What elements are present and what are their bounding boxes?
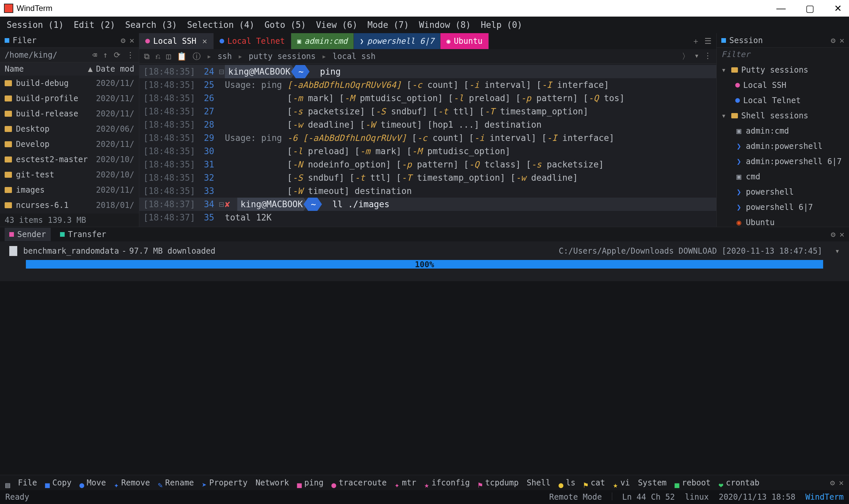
clipboard-icon[interactable]: 📋 (177, 52, 187, 61)
footer-system[interactable]: System (638, 478, 667, 487)
footer-property[interactable]: ➤Property (202, 478, 248, 487)
filer-col-name[interactable]: Name (5, 64, 85, 74)
tab-sender[interactable]: Sender (5, 228, 51, 241)
footer-file[interactable]: File (18, 478, 37, 487)
filer-row[interactable]: ncurses-6.12018/01/ (0, 198, 139, 213)
footer-reboot[interactable]: ■reboot (674, 478, 711, 487)
terminal-line[interactable]: [18:48:35]24⊟king@MACBOOK~ ping (139, 65, 716, 78)
session-item[interactable]: ❯powershell 6|7 (717, 200, 849, 215)
session-group[interactable]: ▾Putty sessions (717, 62, 849, 77)
tab-close-icon[interactable]: ✕ (202, 36, 207, 46)
tab-ubuntu[interactable]: ◉Ubuntu (440, 33, 489, 49)
terminal-line[interactable]: [18:48:35]26 [-m mark] [-M pmtudisc_opti… (139, 91, 716, 105)
session-close-icon[interactable]: ✕ (840, 36, 844, 45)
sort-asc-icon[interactable]: ▲ (88, 64, 92, 74)
filer-settings-icon[interactable]: ⚙ (121, 36, 125, 45)
terminal-line[interactable]: [18:48:35]27 [-s packetsize] [-S sndbuf]… (139, 105, 716, 118)
session-group[interactable]: ▾Shell sessions (717, 108, 849, 123)
menu-help[interactable]: Help (0) (481, 20, 522, 30)
bottom-close-icon[interactable]: ✕ (840, 230, 844, 239)
footer-move[interactable]: ●Move (79, 478, 106, 487)
session-settings-icon[interactable]: ⚙ (831, 36, 835, 45)
footer-settings-icon[interactable]: ⚙ (830, 478, 835, 487)
terminal-line[interactable]: [18:48:35]30 [-l preload] [-m mark] [-M … (139, 145, 716, 158)
tab-transfer[interactable]: Transfer (60, 230, 106, 239)
footer-shell[interactable]: Shell (527, 478, 550, 487)
filer-row[interactable]: build-release2020/11/ (0, 106, 139, 121)
footer-cat[interactable]: ⚑cat (583, 478, 605, 487)
tab-add-icon[interactable]: ＋ (692, 36, 700, 47)
footer-mtr[interactable]: ✦mtr (395, 478, 416, 487)
footer-tcpdump[interactable]: ⚑tcpdump (478, 478, 519, 487)
status-brand[interactable]: WindTerm (805, 492, 844, 502)
filer-row[interactable]: git-test2020/10/ (0, 167, 139, 182)
close-button[interactable]: ✕ (831, 3, 845, 14)
menu-window[interactable]: Window (8) (419, 20, 471, 30)
filer-col-date[interactable]: Date mod (96, 64, 134, 74)
status-mode[interactable]: Remote Mode (549, 492, 602, 502)
footer-ifconfig[interactable]: ★ifconfig (424, 478, 470, 487)
terminal-line[interactable]: [18:48:37]34⊟✘ king@MACBOOK~ ll ./images (139, 198, 716, 211)
menu-goto[interactable]: Goto (5) (264, 20, 306, 30)
filer-row[interactable]: build-profile2020/11/ (0, 91, 139, 106)
footer-network[interactable]: Network (255, 478, 289, 487)
toolbar-more-icon[interactable]: ⋮ (704, 51, 712, 62)
menu-mode[interactable]: Mode (7) (367, 20, 409, 30)
terminal-line[interactable]: [18:48:35]31 [-N nodeinfo_option] [-p pa… (139, 158, 716, 171)
filer-refresh-icon[interactable]: ⟳ (114, 50, 120, 60)
terminal-line[interactable]: [18:48:35]28 [-w deadline] [-W timeout] … (139, 118, 716, 131)
footer-ping[interactable]: ■ping (297, 478, 324, 487)
menu-view[interactable]: View (6) (316, 20, 358, 30)
maximize-button[interactable]: ▢ (802, 3, 817, 14)
footer-copy[interactable]: ■Copy (45, 478, 72, 487)
filer-close-icon[interactable]: ✕ (130, 36, 134, 45)
tab-menu-icon[interactable]: ☰ (704, 36, 712, 46)
bottom-settings-icon[interactable]: ⚙ (831, 230, 835, 239)
terminal-line[interactable]: [18:48:35]25 Usage: ping [-aAbBdDfhLnOqr… (139, 78, 716, 91)
session-item[interactable]: ❯powershell (717, 184, 849, 200)
minimize-button[interactable]: — (773, 3, 789, 14)
crumb-1[interactable]: putty sessions (249, 52, 316, 61)
footer-remove[interactable]: ✦Remove (114, 478, 150, 487)
menu-search[interactable]: Search (3) (125, 20, 177, 30)
footer-close-icon[interactable]: ✕ (839, 478, 844, 487)
filer-clear-icon[interactable]: ⌫ (92, 50, 97, 60)
footer-icon[interactable]: ▤ (5, 481, 10, 485)
footer-rename[interactable]: ✎Rename (158, 478, 194, 487)
session-item[interactable]: ◉Ubuntu (717, 215, 849, 227)
menu-selection[interactable]: Selection (4) (187, 20, 255, 30)
crumb-2[interactable]: local ssh (332, 52, 375, 61)
terminal-line[interactable]: [18:48:37]36 drwx------ 1 king king 4.0K… (139, 224, 716, 227)
transfer-expand-icon[interactable]: ▾ (835, 246, 840, 256)
crumb-dropdown-icon[interactable]: ▾ (694, 51, 699, 62)
session-item[interactable]: Local Telnet (717, 93, 849, 108)
tab-ps[interactable]: ❯powershell 6|7 (354, 33, 440, 49)
footer-crontab[interactable]: ❤crontab (719, 478, 759, 487)
terminal-line[interactable]: [18:48:37]35 total 12K (139, 211, 716, 224)
info-icon[interactable]: ⓘ (193, 51, 201, 62)
session-item[interactable]: Local SSH (717, 77, 849, 93)
split-v-icon[interactable]: ◫ (166, 52, 171, 61)
menu-edit[interactable]: Edit (2) (74, 20, 115, 30)
terminal-line[interactable]: [18:48:35]33 [-W timeout] destination (139, 184, 716, 198)
split-h-icon[interactable]: ⧉ (144, 52, 149, 61)
filer-row[interactable]: images2020/11/ (0, 182, 139, 198)
tab-cmd[interactable]: ▣admin:cmd (291, 33, 354, 49)
terminal-line[interactable]: [18:48:35]32 [-S sndbuf] [-t ttl] [-T ti… (139, 171, 716, 184)
filer-row[interactable]: esctest2-master2020/10/ (0, 152, 139, 167)
terminal-view[interactable]: [18:48:35]24⊟king@MACBOOK~ ping[18:48:35… (139, 64, 716, 227)
session-item[interactable]: ❯admin:powershell (717, 139, 849, 154)
filer-row[interactable]: Develop2020/11/ (0, 137, 139, 152)
footer-ls[interactable]: ●ls (559, 478, 575, 487)
filer-more-icon[interactable]: ⋮ (126, 50, 134, 60)
filer-row[interactable]: build-debug2020/11/ (0, 76, 139, 91)
history-back-icon[interactable]: ⎌ (156, 52, 160, 61)
crumb-0[interactable]: ssh (218, 52, 232, 61)
session-item[interactable]: ▣cmd (717, 169, 849, 184)
filer-up-icon[interactable]: ↑ (103, 50, 108, 60)
terminal-line[interactable]: [18:48:35]29 Usage: ping -6 [-aAbBdDfhLn… (139, 131, 716, 145)
crumb-next-icon[interactable]: 〉 (682, 51, 690, 62)
filer-path[interactable]: /home/king/ (5, 50, 57, 60)
tab-ssh[interactable]: Local SSH✕ (139, 33, 214, 49)
session-item[interactable]: ▣admin:cmd (717, 123, 849, 139)
